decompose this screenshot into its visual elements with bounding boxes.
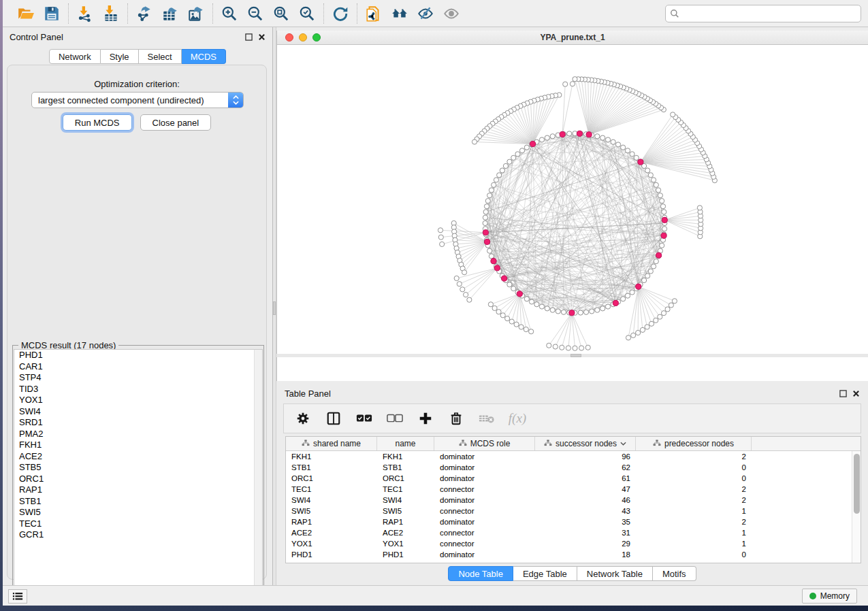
mcds-result-item[interactable]: TID3 (14, 384, 262, 395)
mcds-node[interactable] (530, 141, 536, 146)
mcds-result-item[interactable]: STB5 (14, 462, 262, 474)
graph-node[interactable] (550, 134, 555, 139)
run-mcds-button[interactable]: Run MCDS (63, 114, 132, 131)
graph-leaf-node[interactable] (645, 325, 649, 329)
mcds-node[interactable] (494, 265, 500, 271)
table-row[interactable]: RAP1RAP1dominator352 (286, 516, 852, 527)
graph-node[interactable] (539, 137, 544, 142)
mcds-result-list[interactable]: PHD1CAR1STP4TID3YOX1SWI4SRD1PMA2FKH1ACE2… (14, 349, 263, 593)
graph-node[interactable] (660, 243, 664, 248)
graph-node[interactable] (590, 309, 594, 314)
table-row[interactable]: SWI5SWI5connector431 (286, 506, 852, 516)
graph-node[interactable] (634, 155, 639, 160)
graph-leaf-node[interactable] (524, 327, 528, 332)
column-header-predecessor-nodes[interactable]: predecessor nodes (636, 437, 752, 450)
graph-node[interactable] (561, 310, 566, 314)
float-panel-icon[interactable] (839, 390, 847, 397)
graph-leaf-node[interactable] (505, 316, 510, 321)
mcds-node[interactable] (484, 239, 489, 244)
task-history-button[interactable] (8, 589, 27, 604)
graph-node[interactable] (630, 290, 634, 295)
graph-leaf-node[interactable] (529, 329, 534, 334)
table-row[interactable]: STB1STB1dominator620 (286, 462, 852, 473)
graph-node[interactable] (595, 134, 600, 139)
graph-node[interactable] (662, 227, 666, 231)
mcds-node[interactable] (483, 230, 488, 235)
table-row[interactable]: SWI4SWI4dominator462 (286, 495, 852, 506)
criterion-select[interactable]: largest connected component (undirected) (31, 92, 244, 108)
export-image-icon[interactable] (186, 3, 206, 24)
graph-node[interactable] (487, 193, 492, 198)
select-all-icon[interactable] (355, 409, 374, 428)
mcds-result-item[interactable]: TEC1 (14, 518, 262, 530)
graph-node[interactable] (484, 204, 489, 209)
graph-leaf-node[interactable] (457, 282, 462, 286)
graph-leaf-node[interactable] (438, 228, 443, 233)
graph-node[interactable] (625, 148, 630, 153)
graph-leaf-node[interactable] (585, 345, 590, 350)
mcds-result-item[interactable]: SRD1 (14, 417, 262, 429)
graph-node[interactable] (485, 199, 490, 203)
tab-style[interactable]: Style (101, 49, 139, 64)
graph-node[interactable] (600, 135, 605, 140)
mcds-node[interactable] (502, 276, 507, 281)
tab-network[interactable]: Network (49, 49, 101, 64)
graph-node[interactable] (556, 309, 560, 314)
export-table-icon[interactable] (160, 3, 180, 24)
tab-select[interactable]: Select (139, 49, 182, 64)
graph-node[interactable] (648, 173, 653, 178)
graph-node[interactable] (660, 204, 665, 209)
graph-node[interactable] (605, 137, 610, 142)
result-list-scrollbar[interactable] (254, 350, 262, 592)
graph-node[interactable] (545, 306, 549, 311)
deselect-all-icon[interactable] (385, 409, 404, 428)
graph-node[interactable] (615, 142, 620, 147)
mcds-result-item[interactable]: STB1 (14, 496, 262, 508)
search-input[interactable] (665, 5, 861, 22)
graph-leaf-node[interactable] (496, 310, 501, 314)
mcds-result-item[interactable]: ACE2 (14, 451, 262, 463)
gear-icon[interactable] (293, 409, 312, 428)
graph-node[interactable] (511, 155, 516, 160)
mcds-node[interactable] (491, 259, 496, 264)
mcds-result-item[interactable]: ORC1 (14, 474, 262, 485)
graph-leaf-node[interactable] (573, 77, 577, 82)
graph-node[interactable] (662, 210, 666, 214)
graph-leaf-node[interactable] (640, 327, 645, 332)
graph-leaf-node[interactable] (472, 139, 477, 144)
zoom-in-icon[interactable] (219, 3, 240, 24)
graph-node[interactable] (651, 178, 656, 182)
graph-node[interactable] (625, 293, 630, 298)
graph-leaf-node[interactable] (467, 297, 472, 302)
graph-leaf-node[interactable] (671, 112, 675, 117)
mcds-result-item[interactable]: PMA2 (14, 429, 262, 440)
mcds-node[interactable] (638, 159, 643, 165)
graph-leaf-node[interactable] (636, 330, 641, 335)
graph-leaf-node[interactable] (553, 344, 558, 349)
column-header-shared-name[interactable]: shared name (286, 437, 377, 450)
mcds-node[interactable] (661, 233, 666, 238)
column-header-successor-nodes[interactable]: successor nodes (535, 437, 636, 450)
mcds-node[interactable] (569, 310, 575, 316)
graph-node[interactable] (550, 308, 555, 312)
graph-node[interactable] (611, 139, 615, 144)
graph-leaf-node[interactable] (570, 82, 575, 86)
mcds-result-item[interactable]: STP4 (14, 372, 262, 384)
graph-node[interactable] (492, 182, 496, 187)
graph-node[interactable] (483, 210, 488, 214)
graph-leaf-node[interactable] (488, 302, 493, 307)
graph-leaf-node[interactable] (462, 270, 466, 275)
graph-leaf-node[interactable] (672, 299, 677, 303)
mcds-result-item[interactable]: PHD1 (14, 350, 262, 361)
close-panel-icon[interactable] (852, 390, 860, 397)
graph-leaf-node[interactable] (547, 343, 551, 348)
graph-leaf-node[interactable] (649, 321, 654, 326)
graph-node[interactable] (605, 304, 610, 309)
mcds-result-item[interactable]: SWI4 (14, 406, 262, 418)
table-row[interactable]: YOX1YOX1connector291 (286, 538, 852, 549)
graph-node[interactable] (654, 182, 658, 187)
graph-leaf-node[interactable] (464, 293, 468, 297)
table-row[interactable]: FKH1FKH1dominator962 (286, 451, 852, 462)
mcds-node[interactable] (517, 291, 522, 297)
graph-node[interactable] (489, 254, 494, 259)
